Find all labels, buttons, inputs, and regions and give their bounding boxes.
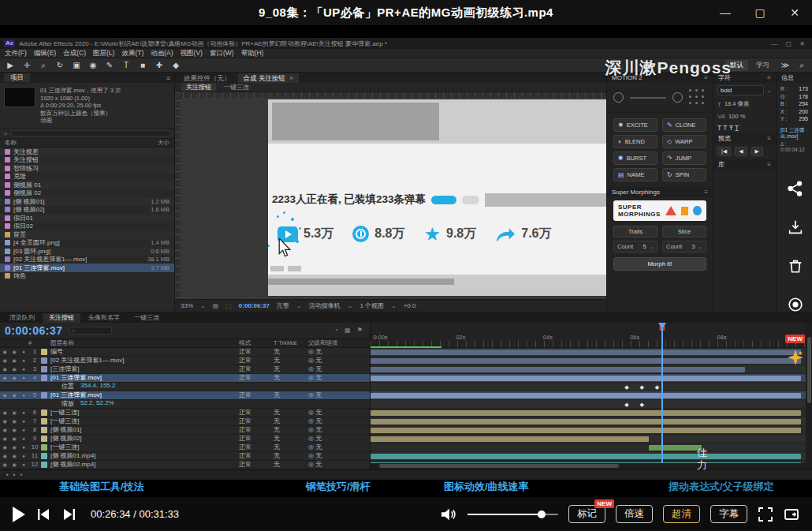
panel-menu-icon[interactable]: ≡ — [704, 189, 708, 196]
layer-color-chip[interactable] — [41, 357, 47, 364]
menu-item[interactable]: 窗口(W) — [210, 49, 234, 58]
tab-effect-controls[interactable]: 效果控件（无） — [178, 73, 237, 83]
resolution-select[interactable]: 完整 — [277, 301, 289, 310]
project-item[interactable]: [4 全景圆环.png] 1.4 MB — [0, 239, 174, 248]
solo-icon[interactable]: ● — [19, 358, 28, 363]
blend-mode-select[interactable]: 正常 — [239, 425, 274, 434]
viewer-timecode[interactable]: 0:00:06:37 — [239, 302, 270, 309]
layer-row[interactable]: ◉ ◉ ● 6 [一键三连] 正常 — [0, 409, 370, 417]
timeline-graph-area[interactable]: 0:00s02s04s06s08s10s — [371, 323, 812, 469]
motion-button[interactable]: ↷JUMP — [662, 151, 706, 165]
tool-icon[interactable]: ✎ — [104, 61, 115, 70]
project-item[interactable]: 克隆 — [0, 173, 174, 181]
trkmat-select[interactable]: 无 — [274, 365, 308, 373]
fullscreen-button[interactable] — [758, 507, 773, 522]
player-option-button[interactable]: 超清 — [663, 505, 700, 523]
solo-icon[interactable]: ● — [19, 376, 28, 380]
transport-button[interactable]: ◀ — [735, 147, 747, 156]
graph-editor-icon[interactable]: ▪ — [13, 471, 16, 478]
project-search-input[interactable] — [11, 130, 170, 136]
play-button[interactable] — [13, 507, 25, 522]
parent-select[interactable]: ◎ 无 — [308, 408, 370, 417]
audio-icon[interactable]: ◉ — [9, 427, 19, 432]
count-dropdown[interactable]: Count5⌄ — [613, 241, 657, 252]
zoom-level[interactable]: 33% — [181, 302, 193, 309]
blend-mode-select[interactable]: 正常 — [239, 365, 274, 373]
layer-row[interactable]: ◉ ◉ ● 缩放 52.2, 52.2% — [0, 400, 370, 409]
morph-tool-button[interactable]: Trails — [613, 226, 657, 237]
visibility-icon[interactable]: ◉ — [0, 375, 9, 380]
project-item[interactable]: [01 三连弹窗.mov] 3.7 MB — [0, 264, 174, 272]
layer-color-chip[interactable] — [41, 349, 47, 355]
menu-item[interactable]: 动画(A) — [151, 49, 173, 58]
trkmat-select[interactable]: 无 — [274, 434, 308, 443]
layer-color-chip[interactable] — [41, 444, 47, 451]
close-tab-icon[interactable]: × — [289, 74, 293, 82]
layer-duration-bar[interactable] — [371, 358, 801, 364]
layer-bar-track[interactable] — [371, 365, 806, 374]
visibility-icon[interactable]: ◉ — [0, 392, 9, 398]
count-dropdown[interactable]: Count3⌄ — [662, 241, 706, 252]
layer-bar-track[interactable] — [371, 348, 806, 357]
layer-bar-track[interactable] — [371, 426, 806, 435]
magic-star-icon[interactable] — [787, 349, 804, 366]
audio-icon[interactable]: ◉ — [9, 366, 19, 372]
previous-button[interactable] — [35, 508, 51, 521]
audio-icon[interactable]: ◉ — [9, 462, 19, 467]
layer-color-chip[interactable] — [41, 453, 47, 459]
menu-item[interactable]: 编辑(E) — [34, 49, 56, 58]
chapter-label[interactable]: 基础绘图工具/技法 — [59, 480, 144, 494]
faux-style-buttons[interactable]: T T Ŧ T̲ — [713, 122, 776, 133]
motion-button[interactable]: ✹EXCITE — [613, 118, 657, 132]
grid-icon[interactable]: ▦ — [213, 302, 219, 309]
audio-icon[interactable]: ◉ — [9, 349, 19, 354]
layer-bar-track[interactable] — [371, 374, 806, 383]
visibility-icon[interactable]: ◉ — [0, 444, 9, 450]
layer-duration-bar[interactable] — [371, 419, 801, 424]
menu-item[interactable]: 合成(C) — [63, 49, 86, 58]
next-button[interactable] — [61, 508, 77, 521]
blend-mode-select[interactable]: 正常 — [239, 417, 274, 425]
player-option-button[interactable]: 字幕 — [710, 505, 747, 523]
menu-item[interactable]: 效果(T) — [121, 49, 143, 58]
parent-select[interactable]: ◎ 无 — [308, 434, 370, 443]
tool-icon[interactable]: ✚ — [154, 61, 165, 70]
layer-bar-track[interactable]: ◆ ◆ — [371, 400, 806, 409]
trkmat-select[interactable]: 无 — [274, 460, 308, 469]
project-item[interactable]: 关注按钮 — [0, 156, 174, 165]
visibility-icon[interactable]: ◉ — [0, 349, 9, 354]
timeline-tab[interactable]: 一键三连 — [128, 313, 166, 323]
layer-bar-track[interactable] — [371, 435, 806, 443]
layer-bar-track[interactable] — [371, 391, 806, 400]
volume-knob[interactable] — [538, 510, 546, 518]
visibility-icon[interactable]: ◉ — [0, 427, 9, 432]
dial-knob[interactable] — [613, 92, 624, 103]
player-option-button[interactable]: 倍速 — [616, 505, 653, 523]
visibility-icon[interactable]: ◉ — [0, 409, 9, 415]
visibility-icon[interactable]: ◉ — [0, 366, 9, 372]
solo-icon[interactable]: ● — [19, 462, 28, 467]
solo-icon[interactable]: ● — [19, 350, 28, 354]
layer-row[interactable]: ◉ ◉ ● 11 [侧 视频01.mp4] 正常 — [0, 452, 370, 461]
layer-color-chip[interactable] — [41, 366, 47, 372]
layer-row[interactable]: ◉ ◉ ● 3 [三连弹窗] 正常 — [0, 365, 370, 374]
project-item[interactable]: 智障练习 — [0, 164, 174, 173]
blend-mode-select[interactable]: 正常 — [239, 348, 274, 357]
menu-item[interactable]: 视图(V) — [181, 49, 203, 58]
column-name[interactable]: 名称 — [5, 139, 17, 147]
layer-bar-track[interactable] — [371, 452, 806, 461]
layer-row[interactable]: ◉ ◉ ● 9 [侧 视频02] 正常 — [0, 435, 370, 443]
parent-select[interactable]: ◎ 无 — [308, 417, 370, 425]
layer-row[interactable]: ◉ ◉ ● 10 [一键三连] 正常 — [0, 443, 370, 452]
project-item[interactable]: 侧视频 02 — [0, 189, 174, 198]
timeline-view-icons[interactable]: ◔ ▦ ⚑ — [334, 327, 365, 334]
trkmat-select[interactable]: 无 — [274, 425, 308, 434]
minimize-button[interactable]: — — [708, 0, 743, 25]
chapter-label[interactable]: 钢笔技巧/滑杆 — [306, 480, 371, 494]
solo-icon[interactable]: ● — [19, 445, 28, 450]
parent-select[interactable]: ◎ 无 — [308, 373, 370, 382]
exposure-value[interactable]: +0.0 — [404, 302, 416, 309]
audio-icon[interactable]: ◉ — [9, 436, 19, 441]
timeline-vertical-scrollbar[interactable] — [806, 323, 812, 469]
project-item[interactable]: [03 圆环.png] 0.6 MB — [0, 247, 174, 256]
